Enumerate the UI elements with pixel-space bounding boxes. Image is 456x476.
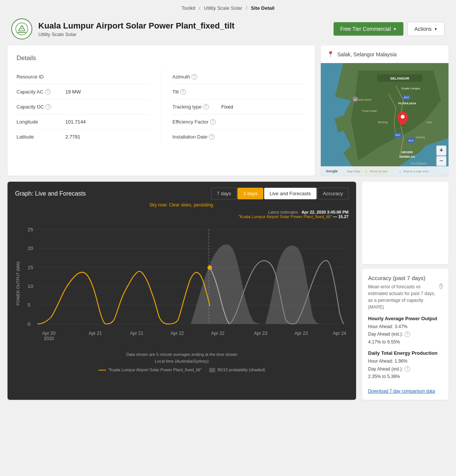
map-location: 📍 Salak, Selangor Malaysia: [321, 45, 448, 63]
svg-text:25: 25: [28, 227, 33, 232]
accuracy-hourly-section: Hourly Average Power Output Hour Ahead: …: [368, 316, 442, 346]
accuracy-hourly-title: Hourly Average Power Output: [368, 316, 442, 321]
accuracy-daily-range-row: 2.35% to 5.38%: [368, 373, 442, 380]
field-longitude: Longitude 101.7144: [17, 114, 149, 130]
efficiency-help-icon[interactable]: ?: [210, 119, 216, 125]
tier-button[interactable]: Free Tier Commercial ▼: [334, 22, 404, 36]
accuracy-daily-hour-row: Hour Ahead: 1.96%: [368, 357, 442, 365]
svg-text:Apr 23: Apr 23: [254, 331, 267, 336]
svg-text:Apr 22: Apr 22: [211, 331, 225, 336]
svg-text:Apr 21: Apr 21: [130, 331, 143, 336]
svg-text:Report a map error: Report a map error: [403, 170, 429, 173]
graph-footer: Data shown are 5 minute averages ending …: [8, 348, 356, 382]
field-installation-date: Installation Date ?: [172, 130, 306, 144]
footer-line2: Local time (Australia/Sydney): [8, 358, 356, 365]
azimuth-help-icon[interactable]: ?: [192, 74, 197, 80]
svg-text:Apr 21: Apr 21: [89, 331, 102, 336]
svg-text:Terms of Use: Terms of Use: [370, 170, 388, 173]
field-resource-id: Resource ID: [17, 69, 149, 84]
svg-text:Sepang: Sepang: [416, 136, 425, 139]
tab-7days[interactable]: 7 days: [211, 188, 237, 199]
svg-text:Carey Island: Carey Island: [356, 98, 371, 101]
map-pin-icon: 📍: [327, 51, 334, 58]
graph-legend: "Kuala Lumpur Airport Solar Power Plant_…: [8, 367, 356, 377]
breadcrumb-current: Site Detail: [251, 5, 275, 11]
details-left-col: Resource ID Capacity AC ? 19 MW Capacity…: [17, 69, 161, 144]
svg-text:86: 86: [354, 99, 357, 101]
svg-text:0: 0: [28, 321, 30, 327]
tab-2days[interactable]: 2 days: [237, 188, 263, 199]
svg-text:20: 20: [28, 246, 33, 251]
download-link[interactable]: Download 7 day comparison data: [368, 389, 435, 394]
latest-label: Latest estimates: [268, 210, 298, 214]
svg-text:PUTRAJAYA: PUTRAJAYA: [398, 102, 416, 105]
site-logo: [11, 18, 32, 39]
svg-text:Apr 24: Apr 24: [333, 331, 346, 336]
svg-text:Google: Google: [326, 169, 338, 173]
svg-text:−: −: [439, 157, 444, 164]
svg-point-25: [401, 115, 405, 119]
tier-chevron-icon: ▼: [393, 27, 397, 31]
actions-button[interactable]: Actions ▼: [407, 22, 445, 36]
legend-shade-swatch: [209, 368, 215, 372]
svg-text:5: 5: [28, 302, 30, 308]
breadcrumb-toolkit[interactable]: Toolkit: [181, 5, 195, 11]
daily-day-ahead-help-icon[interactable]: ?: [405, 366, 410, 372]
bottom-section: Graph: Live and Forecasts 7 days 2 days …: [0, 182, 456, 407]
accuracy-title: Accuracy (past 7 days): [368, 275, 442, 281]
accuracy-hour-ahead-row: Hour Ahead: 3.47%: [368, 323, 442, 330]
capacity-dc-help-icon[interactable]: ?: [45, 104, 51, 110]
accuracy-help-icon[interactable]: ?: [439, 283, 442, 289]
svg-text:Banting: Banting: [378, 121, 387, 124]
breadcrumb: Toolkit / Utility Scale Solar / Site Det…: [0, 0, 456, 15]
svg-text:SEMBILAN: SEMBILAN: [399, 155, 415, 158]
svg-text:Kuala Lumpur: Kuala Lumpur: [402, 87, 420, 90]
installation-help-icon[interactable]: ?: [209, 134, 214, 140]
svg-text:10: 10: [28, 283, 33, 289]
accuracy-description: Mean error of forecasts vs estimated act…: [368, 283, 442, 310]
legend-line-label: "Kuala Lumpur Airport Solar Power Plant_…: [108, 367, 202, 374]
field-capacity-ac: Capacity AC ? 19 MW: [17, 84, 149, 99]
capacity-ac-help-icon[interactable]: ?: [45, 89, 51, 95]
svg-text:Port Dickson: Port Dickson: [411, 162, 427, 165]
page-title: Kuala Lumpur Airport Solar Power Plant_f…: [38, 21, 234, 31]
tab-accuracy[interactable]: Accuracy: [317, 188, 349, 199]
map-image[interactable]: SELANGOR Kuala Lumpur PUTRAJAYA Pulau In…: [321, 63, 448, 176]
legend-line-swatch: [98, 370, 106, 371]
graph-title: Graph: Live and Forecasts: [15, 190, 86, 197]
svg-text:POWER OUTPUT (MW): POWER OUTPUT (MW): [16, 261, 20, 305]
day-ahead-help-icon[interactable]: ?: [405, 331, 410, 337]
date-label: Apr 22, 2020 3:45:00 PM: [302, 210, 349, 214]
svg-text:AH2: AH2: [404, 96, 409, 99]
legend-shade-item: 90/10 probability (shaded): [209, 367, 265, 374]
header-title-block: Kuala Lumpur Airport Solar Power Plant_f…: [38, 21, 234, 37]
map-card: 📍 Salak, Selangor Malaysia SELANG: [321, 45, 448, 176]
svg-text:Pulau Indah: Pulau Indah: [362, 109, 377, 113]
page-header: Kuala Lumpur Airport Solar Power Plant_f…: [0, 15, 456, 45]
field-capacity-dc: Capacity DC ?: [17, 99, 149, 114]
accuracy-day-ahead-row: Day Ahead (est.): ?: [368, 330, 442, 338]
plant-name-label: "Kuala Lumpur Airport Solar Power Plant_…: [239, 214, 332, 219]
accuracy-day-range-row: 4.17% to 9.55%: [368, 338, 442, 346]
svg-text:AH2: AH2: [408, 139, 414, 142]
svg-text:+: +: [439, 147, 443, 153]
right-panel: Accuracy (past 7 days) Mean error of for…: [362, 182, 448, 400]
accuracy-daily-title: Daily Total Energy Production: [368, 350, 442, 356]
tab-live-forecasts[interactable]: Live and Forecasts: [264, 188, 317, 199]
accuracy-daily-section: Daily Total Energy Production Hour Ahead…: [368, 350, 442, 380]
graph-header: Graph: Live and Forecasts 7 days 2 days …: [8, 182, 356, 199]
svg-text:Apr 20: Apr 20: [42, 331, 56, 336]
field-tilt: Tilt ?: [172, 84, 306, 99]
breadcrumb-utility[interactable]: Utility Scale Solar: [204, 5, 242, 11]
accuracy-card: Accuracy (past 7 days) Mean error of for…: [362, 269, 448, 400]
tilt-help-icon[interactable]: ?: [180, 89, 186, 95]
tracking-help-icon[interactable]: ?: [203, 104, 209, 110]
field-azimuth: Azimuth ?: [172, 69, 306, 84]
legend-line-item: "Kuala Lumpur Airport Solar Power Plant_…: [98, 367, 202, 374]
svg-text:15: 15: [28, 265, 33, 270]
details-grid: Resource ID Capacity AC ? 19 MW Capacity…: [17, 69, 306, 144]
accuracy-daily-day-ahead-row: Day Ahead (est.): ?: [368, 365, 442, 373]
field-efficiency: Efficiency Factor ?: [172, 114, 306, 130]
footer-line1: Data shown are 5 minute averages ending …: [8, 351, 356, 358]
details-card: Details Resource ID Capacity AC ? 19 MW …: [8, 45, 315, 176]
